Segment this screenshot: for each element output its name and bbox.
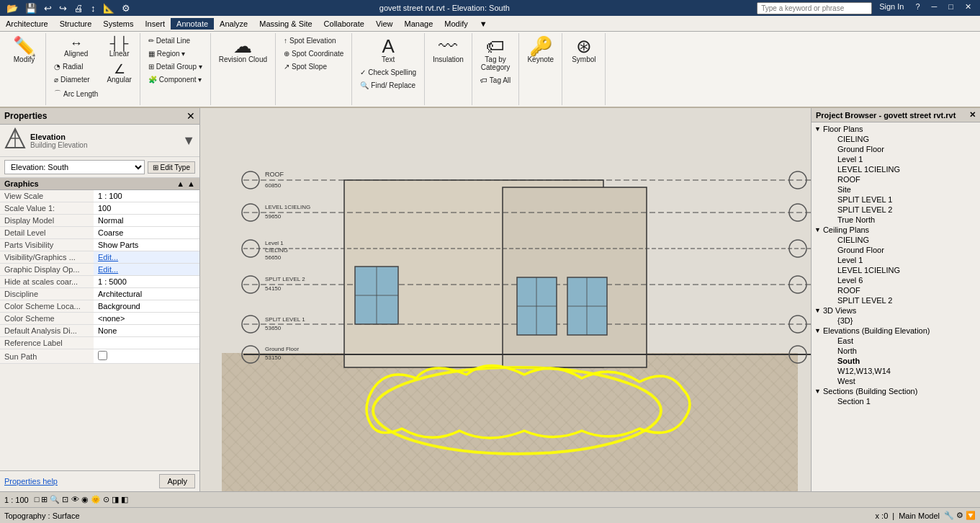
radial-btn[interactable]: ◔ Radial (50, 61, 102, 73)
pb-category-3d-views[interactable]: ▼ 3D Views (812, 305, 980, 316)
pb-item-site-fp[interactable]: Site (812, 184, 980, 195)
status-icon-3[interactable]: 🔽 (966, 511, 976, 520)
menu-view[interactable]: View (370, 18, 399, 30)
component-btn[interactable]: 🧩 Component ▾ (145, 73, 206, 86)
close-btn[interactable]: ✕ (961, 2, 976, 14)
prop-value-vis-graphics[interactable]: Edit... (94, 251, 199, 264)
properties-close-btn[interactable]: ✕ (186, 110, 195, 122)
check-spelling-btn[interactable]: ✓ Check Spelling (356, 66, 420, 79)
pb-item-roof-cp[interactable]: ROOF (812, 285, 980, 295)
tag-all-btn[interactable]: 🏷 Tag All (477, 74, 514, 86)
revision-cloud-btn[interactable]: ☁ Revision Cloud (215, 35, 271, 66)
menu-manage[interactable]: Manage (399, 18, 439, 30)
view-icon-6[interactable]: ◉ (81, 495, 89, 504)
measure-btn[interactable]: 📐 (101, 3, 117, 14)
canvas[interactable]: ROOF 60850 LEVEL 1CIELING 59650 Level 1 … (200, 108, 811, 491)
signin-btn[interactable]: Sign In (875, 2, 908, 14)
angular-btn[interactable]: ∠ Angular (103, 61, 135, 86)
symbol-btn[interactable]: ⊛ Symbol (568, 35, 599, 66)
menu-annotate[interactable]: Annotate (171, 18, 214, 30)
pb-item-groundfloor-cp[interactable]: Ground Floor (812, 245, 980, 255)
status-icon-2[interactable]: ⚙ (956, 511, 963, 520)
spot-coordinate-btn[interactable]: ⊕ Spot Coordinate (280, 48, 347, 60)
pb-item-truenorth-fp[interactable]: True North (812, 215, 980, 225)
pb-close-btn[interactable]: ✕ (969, 110, 976, 120)
menu-modify[interactable]: Modify (439, 18, 473, 30)
menu-analyze[interactable]: Analyze (214, 18, 253, 30)
pb-item-cieling-fp[interactable]: CIELING (812, 134, 980, 144)
help-btn[interactable]: ? (911, 2, 924, 14)
pb-item-splitlevel2-cp[interactable]: SPLIT LEVEL 2 (812, 295, 980, 305)
region-btn[interactable]: ▦ Region ▾ (145, 48, 206, 60)
find-replace-btn[interactable]: 🔍 Find/ Replace (356, 79, 420, 91)
view-icon-5[interactable]: 👁 (71, 495, 79, 504)
redo-btn[interactable]: ↪ (57, 3, 69, 14)
view-icon-9[interactable]: ◨ (112, 495, 119, 504)
save-btn[interactable]: 💾 (23, 3, 39, 14)
menu-massing[interactable]: Massing & Site (253, 18, 318, 30)
pb-item-level6-cp[interactable]: Level 6 (812, 275, 980, 285)
pb-item-groundfloor-fp[interactable]: Ground Floor (812, 144, 980, 154)
open-btn[interactable]: 📂 (4, 3, 20, 14)
pb-item-level1cieling-fp[interactable]: LEVEL 1CIELING (812, 164, 980, 174)
menu-systems[interactable]: Systems (97, 18, 139, 30)
pb-category-floor-plans[interactable]: ▼ Floor Plans (812, 124, 980, 134)
arc-length-btn[interactable]: ⌒ Arc Length (50, 86, 102, 101)
settings-btn[interactable]: ⚙ (120, 3, 132, 14)
insulation-btn[interactable]: 〰 Insulation (429, 35, 467, 66)
sync-btn[interactable]: ↕ (89, 3, 98, 14)
view-icon-10[interactable]: ◧ (121, 495, 128, 504)
text-btn[interactable]: A Text (356, 35, 420, 66)
properties-help-link[interactable]: Properties help (4, 477, 58, 486)
status-icon-1[interactable]: 🔧 (944, 511, 954, 520)
properties-expand-icon[interactable]: ▼ (182, 133, 195, 148)
detail-group-btn[interactable]: ⊞ Detail Group ▾ (145, 61, 206, 73)
pb-item-south[interactable]: South (812, 356, 980, 366)
pb-item-level1cieling-cp[interactable]: LEVEL 1CIELING (812, 265, 980, 275)
view-icon-1[interactable]: □ (35, 495, 40, 504)
menu-collaborate[interactable]: Collaborate (318, 18, 370, 30)
undo-btn[interactable]: ↩ (42, 3, 54, 14)
pb-category-ceiling-plans[interactable]: ▼ Ceiling Plans (812, 225, 980, 235)
menu-insert[interactable]: Insert (140, 18, 171, 30)
minimize-btn[interactable]: ─ (927, 2, 942, 14)
diameter-btn[interactable]: ⌀ Diameter (50, 73, 102, 86)
pb-item-roof-fp[interactable]: ROOF (812, 174, 980, 184)
apply-btn[interactable]: Apply (159, 474, 195, 488)
menu-structure[interactable]: Structure (54, 18, 98, 30)
edit-type-btn[interactable]: ⊞ Edit Type (148, 161, 195, 174)
linear-btn[interactable]: ┤├ Linear (103, 35, 135, 60)
menu-architecture[interactable]: Architecture (0, 18, 54, 30)
spot-elevation-btn[interactable]: ↑ Spot Elevation (280, 35, 347, 47)
pb-item-level1-fp[interactable]: Level 1 (812, 154, 980, 164)
pb-category-sections[interactable]: ▼ Sections (Building Section) (812, 386, 980, 396)
view-icon-8[interactable]: ⊙ (103, 495, 109, 504)
prop-value-graphic-display[interactable]: Edit... (94, 264, 199, 276)
graphics-scroll-up-btn[interactable]: ▲ (187, 179, 195, 188)
modify-btn[interactable]: ✏️ Modify (9, 35, 40, 66)
aligned-btn[interactable]: ↔ Aligned (50, 35, 102, 60)
pb-item-section1[interactable]: Section 1 (812, 396, 980, 406)
pb-item-west[interactable]: West (812, 376, 980, 386)
view-icon-3[interactable]: 🔍 (50, 495, 60, 504)
print-btn[interactable]: 🖨 (72, 3, 86, 14)
pb-item-splitlevel1-fp[interactable]: SPLIT LEVEL 1 (812, 195, 980, 205)
properties-scroll[interactable]: View Scale 1 : 100 Scale Value 1: 100 Di… (0, 190, 199, 470)
search-input[interactable] (757, 2, 872, 14)
pb-item-w12w13w14[interactable]: W12,W13,W14 (812, 366, 980, 376)
detail-line-btn[interactable]: ✏ Detail Line (145, 35, 206, 47)
pb-item-cieling-cp[interactable]: CIELING (812, 235, 980, 245)
graphic-display-edit-btn[interactable]: Edit... (98, 265, 118, 274)
graphics-collapse-btn[interactable]: ▲ (176, 179, 184, 188)
spot-slope-btn[interactable]: ↗ Spot Slope (280, 61, 347, 73)
pb-item-level1-cp[interactable]: Level 1 (812, 255, 980, 265)
sun-path-checkbox[interactable] (98, 351, 107, 360)
menu-extra[interactable]: ▼ (474, 18, 493, 30)
pb-category-elevations[interactable]: ▼ Elevations (Building Elevation) (812, 326, 980, 336)
view-icon-2[interactable]: ⊞ (41, 495, 48, 504)
view-icon-7[interactable]: 🌞 (91, 495, 101, 504)
pb-item-east[interactable]: East (812, 336, 980, 346)
elevation-dropdown[interactable]: Elevation: South (4, 160, 145, 174)
keynote-btn[interactable]: 🔑 Keynote (523, 35, 557, 66)
pb-item-north[interactable]: North (812, 346, 980, 356)
